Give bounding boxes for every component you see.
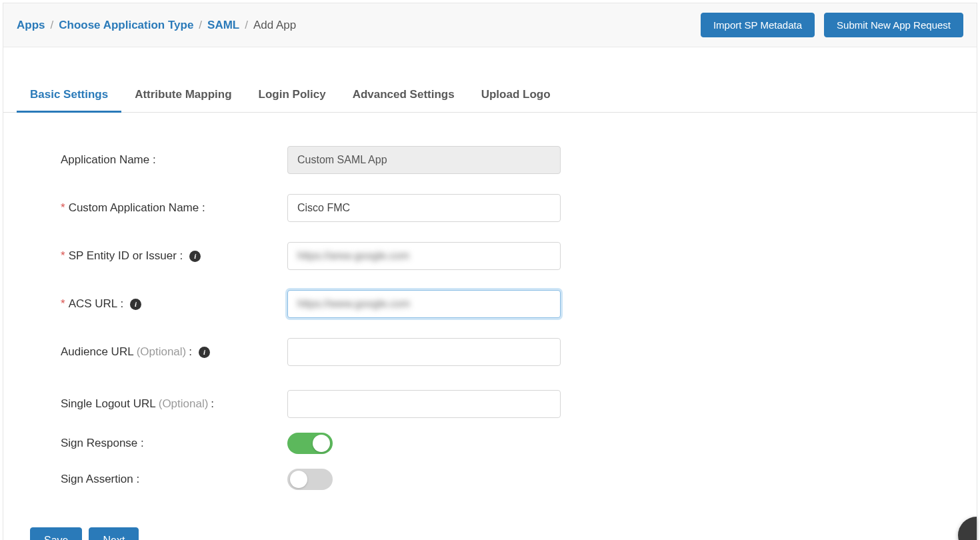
tab-basic-settings[interactable]: Basic Settings [17,79,121,113]
breadcrumb: Apps / Choose Application Type / SAML / … [17,19,296,32]
audience-url-label: Audience URL (Optional) : i [61,345,287,359]
required-asterisk: * [61,249,65,263]
sp-entity-id-input[interactable]: https://area-google.com [287,242,561,270]
tab-attribute-mapping[interactable]: Attribute Mapping [121,79,245,113]
breadcrumb-apps[interactable]: Apps [17,19,45,32]
sign-assertion-label: Sign Assertion : [61,473,287,486]
save-button[interactable]: Save [30,527,82,540]
toggle-knob [290,471,307,488]
required-asterisk: * [61,201,65,215]
breadcrumb-separator: / [199,19,202,32]
breadcrumb-current: Add App [253,19,296,32]
application-name-input [287,146,561,174]
tabs: Basic Settings Attribute Mapping Login P… [3,78,977,113]
sign-assertion-toggle[interactable] [287,469,333,490]
sign-response-label: Sign Response : [61,437,287,450]
toggle-knob [313,435,330,452]
tab-login-policy[interactable]: Login Policy [245,79,339,113]
audience-url-input[interactable] [287,338,561,366]
footer-actions: Save Next [3,523,977,540]
next-button[interactable]: Next [89,527,139,540]
tab-advanced-settings[interactable]: Advanced Settings [339,79,468,113]
import-sp-metadata-button[interactable]: Import SP Metadata [701,13,815,37]
basic-settings-form: Application Name : *Custom Application N… [3,113,977,523]
application-name-label: Application Name : [61,153,287,167]
top-actions: Import SP Metadata Submit New App Reques… [701,13,963,37]
required-asterisk: * [61,297,65,311]
acs-url-input[interactable]: https://www.google.com [287,290,561,318]
submit-new-app-request-button[interactable]: Submit New App Request [824,13,963,37]
acs-url-label: *ACS URL : i [61,297,287,311]
breadcrumb-saml[interactable]: SAML [207,19,239,32]
breadcrumb-choose-type[interactable]: Choose Application Type [59,19,193,32]
info-icon[interactable]: i [189,251,201,262]
tab-upload-logo[interactable]: Upload Logo [468,79,564,113]
single-logout-url-input[interactable] [287,390,561,418]
breadcrumb-separator: / [245,19,248,32]
sp-entity-id-label: *SP Entity ID or Issuer : i [61,249,287,263]
info-icon[interactable]: i [130,299,141,310]
info-icon[interactable]: i [199,347,210,358]
single-logout-url-label: Single Logout URL (Optional) : [61,397,287,411]
custom-application-name-input[interactable] [287,194,561,222]
sign-response-toggle[interactable] [287,433,333,454]
custom-application-name-label: *Custom Application Name : [61,201,287,215]
top-bar: Apps / Choose Application Type / SAML / … [3,3,977,47]
breadcrumb-separator: / [51,19,54,32]
